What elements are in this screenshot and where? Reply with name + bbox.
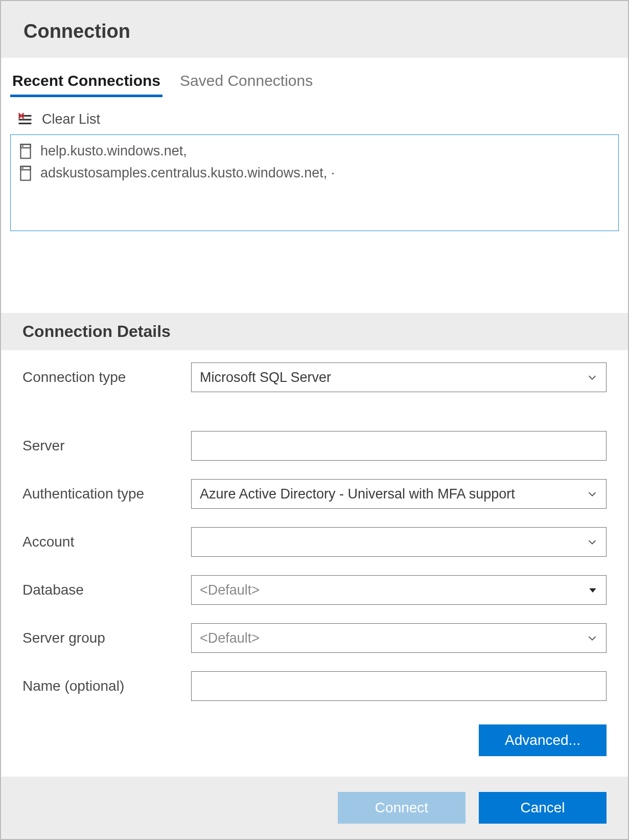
chevron-down-icon <box>587 632 598 644</box>
row-auth-type: Authentication type Azure Active Directo… <box>22 479 607 509</box>
chevron-down-icon <box>587 372 598 383</box>
server-icon <box>20 166 31 181</box>
svg-marker-11 <box>589 588 596 593</box>
server-input[interactable] <box>191 431 607 461</box>
tab-recent-connections[interactable]: Recent Connections <box>10 69 162 97</box>
connection-details-form: Connection type Microsoft SQL Server Ser… <box>1 350 628 724</box>
row-connection-type: Connection type Microsoft SQL Server <box>22 362 607 392</box>
clear-list-label[interactable]: Clear List <box>42 111 100 127</box>
dialog-footer: Connect Cancel <box>1 777 628 839</box>
connection-label: adskustosamples.centralus.kusto.windows.… <box>40 165 335 181</box>
advanced-button[interactable]: Advanced... <box>479 724 607 756</box>
name-input[interactable] <box>191 671 607 701</box>
svg-rect-10 <box>22 167 24 169</box>
auth-type-select[interactable]: Azure Active Directory - Universal with … <box>191 479 607 509</box>
recent-toolbar: Clear List <box>1 97 628 132</box>
row-account: Account <box>22 527 607 557</box>
tab-saved-connections[interactable]: Saved Connections <box>178 69 315 97</box>
cancel-button[interactable]: Cancel <box>479 792 607 824</box>
account-select[interactable] <box>191 527 607 557</box>
recent-connections-list[interactable]: help.kusto.windows.net, adskustosamples.… <box>10 134 619 231</box>
clear-list-icon[interactable] <box>17 112 33 127</box>
row-database: Database <Default> <box>22 575 607 605</box>
connection-dialog: Connection Recent Connections Saved Conn… <box>0 0 629 840</box>
database-select[interactable]: <Default> <box>191 575 607 605</box>
recent-connection-item[interactable]: help.kusto.windows.net, <box>15 140 614 162</box>
label-account: Account <box>22 534 191 550</box>
caret-down-icon <box>588 585 598 595</box>
label-server: Server <box>22 438 191 454</box>
row-name: Name (optional) <box>22 671 607 701</box>
advanced-row: Advanced... <box>1 724 628 777</box>
server-group-value: <Default> <box>200 630 260 646</box>
label-auth-type: Authentication type <box>22 486 191 502</box>
label-database: Database <box>22 582 191 598</box>
label-name: Name (optional) <box>22 678 191 694</box>
server-icon <box>20 144 31 159</box>
database-value: <Default> <box>200 582 260 598</box>
connection-details-heading: Connection Details <box>1 313 628 350</box>
connection-type-select[interactable]: Microsoft SQL Server <box>191 362 607 392</box>
tab-bar: Recent Connections Saved Connections <box>1 58 628 97</box>
connection-type-value: Microsoft SQL Server <box>200 370 331 385</box>
label-server-group: Server group <box>22 630 191 646</box>
row-server-group: Server group <Default> <box>22 623 607 653</box>
dialog-title: Connection <box>24 20 605 42</box>
server-group-select[interactable]: <Default> <box>191 623 607 653</box>
connection-label: help.kusto.windows.net, <box>40 143 187 159</box>
auth-type-value: Azure Active Directory - Universal with … <box>200 486 515 502</box>
dialog-header: Connection <box>1 1 628 58</box>
label-connection-type: Connection type <box>22 369 191 385</box>
chevron-down-icon <box>587 536 598 548</box>
spacer <box>1 231 628 313</box>
chevron-down-icon <box>587 488 598 500</box>
connect-button[interactable]: Connect <box>338 792 465 824</box>
recent-connection-item[interactable]: adskustosamples.centralus.kusto.windows.… <box>15 162 614 184</box>
row-server: Server <box>22 431 607 461</box>
svg-rect-7 <box>22 145 24 147</box>
